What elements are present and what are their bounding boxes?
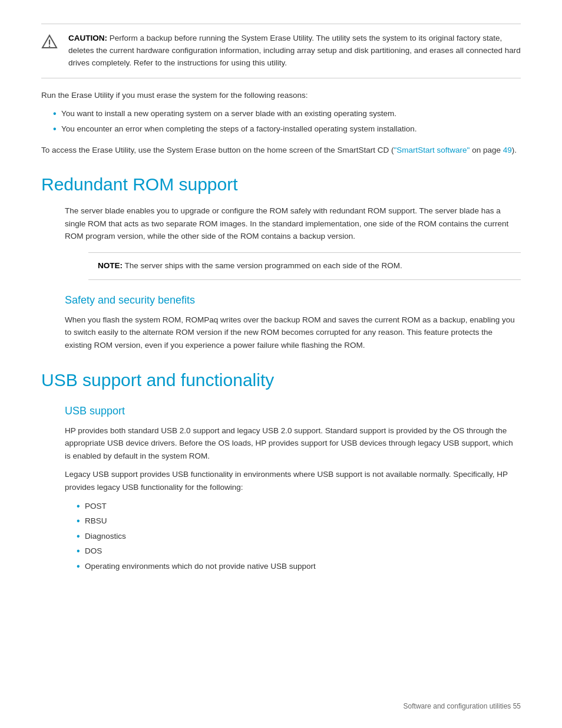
caution-box: CAUTION: Perform a backup before running…: [41, 24, 521, 78]
caution-body: Perform a backup before running the Syst…: [68, 34, 521, 67]
usb-bullet-2: RBSU: [77, 515, 521, 528]
usb-para1: HP provides both standard USB 2.0 suppor…: [65, 424, 521, 463]
usb-bullet-5: Operating environments which do not prov…: [77, 560, 521, 573]
caution-icon: [41, 34, 59, 52]
redundant-rom-section: The server blade enables you to upgrade …: [41, 205, 521, 351]
intro-bullet-2: You encounter an error when completing t…: [53, 123, 521, 136]
note-text: The server ships with the same version p…: [125, 261, 402, 270]
caution-text: CAUTION: Perform a backup before running…: [68, 32, 521, 70]
access-middle: on page: [470, 146, 503, 154]
usb-bullets: POST RBSU Diagnostics DOS Operating envi…: [65, 500, 521, 573]
usb-bullet-1: POST: [77, 500, 521, 513]
note-box: NOTE: The server ships with the same ver…: [88, 252, 521, 280]
caution-label: CAUTION:: [68, 34, 107, 42]
usb-section: USB support HP provides both standard US…: [41, 405, 521, 573]
access-before: To access the Erase Utility, use the Sys…: [41, 146, 394, 154]
access-after: ).: [512, 146, 517, 154]
intro-paragraph: Run the Erase Utility if you must erase …: [41, 89, 521, 102]
svg-point-2: [49, 45, 50, 47]
safety-body: When you flash the system ROM, ROMPaq wr…: [65, 314, 521, 352]
page-link[interactable]: 49: [503, 146, 512, 154]
smartstart-link[interactable]: "SmartStart software": [394, 146, 470, 154]
intro-bullets: You want to install a new operating syst…: [41, 107, 521, 135]
usb-bullet-3: Diagnostics: [77, 530, 521, 543]
usb-support-heading: USB support: [65, 405, 521, 417]
intro-bullet-1: You want to install a new operating syst…: [53, 107, 521, 120]
safety-heading: Safety and security benefits: [65, 294, 521, 307]
usb-heading: USB support and functionality: [41, 370, 521, 391]
footer-text: Software and configuration utilities 55: [404, 702, 521, 710]
redundant-rom-body: The server blade enables you to upgrade …: [65, 205, 521, 243]
access-text: To access the Erase Utility, use the Sys…: [41, 144, 521, 157]
note-label: NOTE:: [98, 261, 123, 270]
usb-para2: Legacy USB support provides USB function…: [65, 468, 521, 493]
usb-bullet-4: DOS: [77, 545, 521, 558]
page-footer: Software and configuration utilities 55: [404, 702, 521, 710]
redundant-rom-heading: Redundant ROM support: [41, 174, 521, 195]
